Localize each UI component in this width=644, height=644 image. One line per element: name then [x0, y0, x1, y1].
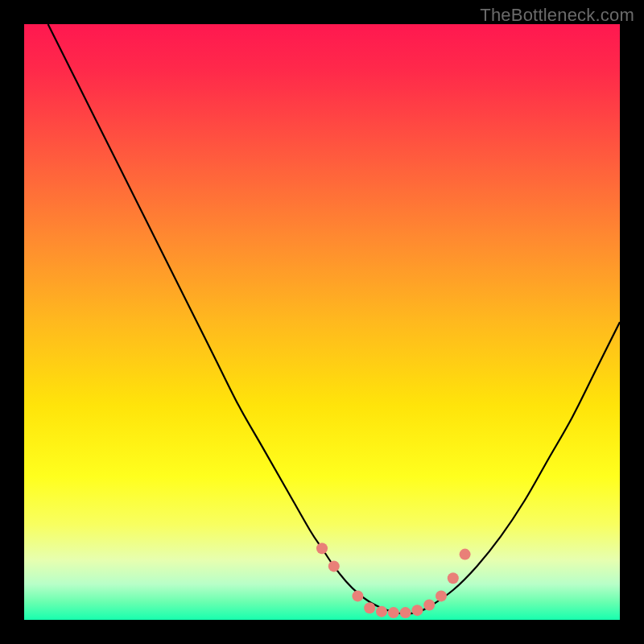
highlight-point	[436, 590, 447, 601]
highlight-point	[400, 607, 411, 618]
highlight-point	[364, 602, 375, 613]
highlight-point	[388, 607, 399, 618]
highlight-point	[460, 549, 471, 560]
highlight-point	[423, 600, 435, 611]
plot-area	[24, 24, 620, 620]
chart-frame: TheBottleneck.com	[0, 0, 644, 644]
highlight-point	[376, 606, 387, 617]
highlight-point	[328, 560, 340, 572]
highlight-point	[448, 572, 459, 584]
highlight-point	[411, 605, 423, 616]
curve-path	[48, 24, 620, 614]
highlight-point	[316, 543, 328, 554]
marker-group	[316, 543, 471, 618]
highlight-point	[352, 590, 363, 601]
watermark-text: TheBottleneck.com	[480, 5, 634, 26]
curve-layer	[24, 24, 620, 620]
